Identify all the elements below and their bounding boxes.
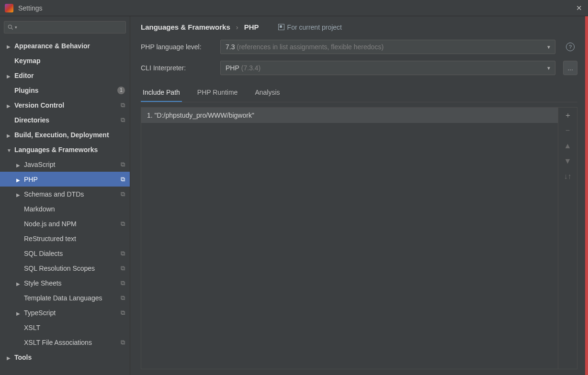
tree-arrow-icon[interactable] <box>7 131 12 139</box>
tree-arrow-icon[interactable] <box>16 279 22 287</box>
help-icon: ? <box>566 43 575 51</box>
sidebar-item-editor[interactable]: Editor <box>0 68 130 83</box>
svg-point-0 <box>8 25 11 28</box>
php-language-level-hint: (references in list assignments, flexibl… <box>237 43 384 51</box>
sidebar-item-php[interactable]: PHP⧉ <box>0 172 130 187</box>
chevron-down-icon: ▼ <box>546 44 551 50</box>
breadcrumb: Languages & Frameworks › PHP For current… <box>141 23 577 31</box>
close-icon[interactable]: ✕ <box>576 4 582 12</box>
sidebar-item-label: Plugins <box>14 87 115 94</box>
tree-arrow-icon[interactable] <box>16 309 22 317</box>
php-language-level-select[interactable]: 7.3 (references in list assignments, fle… <box>220 40 555 54</box>
move-up-button[interactable]: ▲ <box>563 141 573 151</box>
sidebar-item-tools[interactable]: Tools <box>0 350 130 364</box>
sidebar-item-style-sheets[interactable]: Style Sheets⧉ <box>0 276 130 290</box>
php-language-level-label: PHP language level: <box>141 43 213 51</box>
breadcrumb-current: PHP <box>244 23 259 31</box>
include-path-list[interactable]: 1. "D:/phpstudy_pro/WWW/bigwork" <box>141 108 558 369</box>
svg-line-1 <box>11 28 13 30</box>
sidebar-item-languages-frameworks[interactable]: Languages & Frameworks <box>0 142 130 157</box>
cli-interpreter-value: PHP <box>226 64 239 72</box>
tab-include-path[interactable]: Include Path <box>141 85 182 102</box>
php-language-level-value: 7.3 <box>226 43 235 51</box>
search-input[interactable]: ▾ <box>4 21 126 33</box>
project-scope-icon: ⧉ <box>121 279 125 287</box>
cli-interpreter-select[interactable]: PHP (7.3.4) ▼ <box>220 61 555 75</box>
sidebar-item-typescript[interactable]: TypeScript⧉ <box>0 305 130 320</box>
sidebar-item-label: Version Control <box>14 101 119 109</box>
count-badge: 1 <box>117 87 125 94</box>
sidebar-item-markdown[interactable]: Markdown <box>0 201 130 216</box>
project-scope-icon: ⧉ <box>121 309 125 317</box>
project-scope-icon: ⧉ <box>121 250 125 257</box>
sidebar-item-xslt-file-associations[interactable]: XSLT File Associations⧉ <box>0 335 130 350</box>
project-scope-icon: ⧉ <box>121 116 125 124</box>
sidebar-item-template-data-languages[interactable]: Template Data Languages⧉ <box>0 290 130 305</box>
tree-arrow-icon[interactable] <box>16 190 22 198</box>
project-scope-icon: ⧉ <box>121 190 125 198</box>
app-icon <box>5 4 13 12</box>
sidebar-item-xslt[interactable]: XSLT <box>0 320 130 335</box>
project-scope-icon: ⧉ <box>121 101 125 109</box>
move-down-button[interactable]: ▼ <box>563 156 573 166</box>
cli-interpreter-row: CLI Interpreter: PHP (7.3.4) ▼ ... <box>141 61 577 75</box>
help-button[interactable]: ? <box>563 40 577 54</box>
tab-bar: Include PathPHP RuntimeAnalysis <box>141 85 577 102</box>
tree-arrow-icon[interactable] <box>7 42 12 50</box>
tab-php-runtime[interactable]: PHP Runtime <box>195 85 240 102</box>
sidebar-item-build-execution-deployment[interactable]: Build, Execution, Deployment <box>0 127 130 142</box>
project-scope-icon: ⧉ <box>121 265 125 272</box>
tab-analysis[interactable]: Analysis <box>253 85 282 102</box>
sidebar-item-schemas-and-dtds[interactable]: Schemas and DTDs⧉ <box>0 187 130 201</box>
sidebar-item-label: Build, Execution, Deployment <box>14 131 125 139</box>
project-scope-icon: ⧉ <box>121 339 125 346</box>
tree-arrow-icon[interactable] <box>7 146 12 154</box>
main-panel: Languages & Frameworks › PHP For current… <box>130 16 588 375</box>
sidebar-item-javascript[interactable]: JavaScript⧉ <box>0 157 130 172</box>
sidebar-item-version-control[interactable]: Version Control⧉ <box>0 98 130 112</box>
tree-arrow-icon[interactable] <box>7 353 12 361</box>
sidebar-item-sql-resolution-scopes[interactable]: SQL Resolution Scopes⧉ <box>0 261 130 276</box>
tree-arrow-icon[interactable] <box>7 101 12 109</box>
sort-button[interactable]: ↓↑ <box>563 172 573 181</box>
tree-arrow-icon[interactable] <box>16 161 22 168</box>
sidebar-item-label: TypeScript <box>24 309 119 317</box>
sidebar-item-label: Appearance & Behavior <box>14 42 125 50</box>
include-path-row[interactable]: 1. "D:/phpstudy_pro/WWW/bigwork" <box>141 108 558 123</box>
sidebar-item-label: Schemas and DTDs <box>24 190 119 198</box>
sidebar-item-label: Languages & Frameworks <box>14 146 125 154</box>
cli-interpreter-label: CLI Interpreter: <box>141 64 213 72</box>
search-icon <box>7 24 14 31</box>
sidebar-item-plugins[interactable]: Plugins1 <box>0 83 130 98</box>
sidebar-item-label: Node.js and NPM <box>24 220 119 228</box>
sidebar-item-directories[interactable]: Directories⧉ <box>0 112 130 127</box>
sidebar-item-sql-dialects[interactable]: SQL Dialects⧉ <box>0 246 130 261</box>
sidebar-item-appearance-behavior[interactable]: Appearance & Behavior <box>0 38 130 53</box>
search-options-icon[interactable]: ▾ <box>15 25 17 30</box>
cli-more-button[interactable]: ... <box>563 61 577 75</box>
breadcrumb-parent[interactable]: Languages & Frameworks <box>141 23 230 31</box>
include-path-toolbar: ＋ − ▲ ▼ ↓↑ <box>558 108 577 369</box>
sidebar-item-label: ReStructured text <box>24 235 125 243</box>
sidebar-item-label: Style Sheets <box>24 279 119 287</box>
tree-arrow-icon[interactable] <box>7 72 12 79</box>
window-title: Settings <box>18 4 43 12</box>
sidebar-item-label: PHP <box>24 176 119 183</box>
add-button[interactable]: ＋ <box>563 110 573 120</box>
settings-tree: Appearance & BehaviorKeymapEditorPlugins… <box>0 38 130 375</box>
remove-button[interactable]: − <box>563 126 573 135</box>
project-scope-icon: ⧉ <box>121 176 125 183</box>
tree-arrow-icon[interactable] <box>16 176 22 183</box>
sidebar-item-label: XSLT File Associations <box>24 339 119 346</box>
sidebar-item-label: Markdown <box>24 205 125 213</box>
sidebar-item-label: Keymap <box>14 57 125 65</box>
sidebar-item-keymap[interactable]: Keymap <box>0 53 130 68</box>
sidebar-item-node-js-and-npm[interactable]: Node.js and NPM⧉ <box>0 216 130 231</box>
sidebar-item-label: SQL Dialects <box>24 250 119 257</box>
chevron-down-icon: ▼ <box>546 66 551 71</box>
project-scope-icon: ⧉ <box>121 220 125 228</box>
titlebar: Settings ✕ <box>0 0 588 16</box>
sidebar-item-restructured-text[interactable]: ReStructured text <box>0 231 130 246</box>
cli-interpreter-hint: (7.3.4) <box>241 64 260 72</box>
project-scope-icon: ⧉ <box>121 161 125 168</box>
